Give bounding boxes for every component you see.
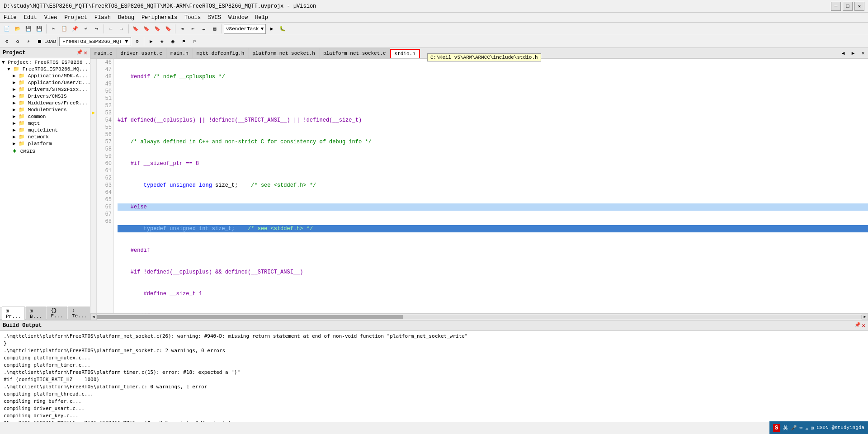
menu-item-window[interactable]: Window — [225, 14, 251, 22]
paste-btn[interactable]: 📌 — [70, 24, 80, 34]
build-close-btn[interactable]: ✕ — [862, 322, 865, 329]
tree-label: platform — [28, 141, 52, 146]
tree-item-project[interactable]: ▼ Project: FreeRTOS_ESP8266_... — [1, 59, 89, 66]
project-name[interactable]: FreeRTOS_ESP8266_MQT ▼ — [59, 37, 131, 46]
wrap-btn[interactable]: ↵ — [199, 24, 209, 34]
tab-platform-net-h[interactable]: platform_net_socket.h — [248, 48, 319, 58]
code-lines[interactable]: #endif /* ndef __cplusplus */ #if define… — [114, 59, 868, 313]
mic-icon[interactable]: 🎤 — [791, 425, 797, 431]
tab-driver-usart-c[interactable]: driver_usart.c — [117, 48, 166, 58]
rebuild-btn[interactable]: ♻ — [13, 37, 23, 47]
tab-templates[interactable]: ↕ Te... — [68, 307, 91, 320]
bm4-btn[interactable]: 🔖 — [163, 24, 173, 34]
menu-item-debug[interactable]: Debug — [114, 14, 138, 22]
scroll-left-btn[interactable]: ◀ — [90, 314, 97, 320]
sougou-icon[interactable]: S — [773, 424, 780, 432]
tree-item-root[interactable]: ▼ 📁 FreeRTOS_ESP8266_MQ... — [1, 66, 89, 72]
menu-item-project[interactable]: Project — [61, 14, 90, 22]
opt-btn[interactable]: ⚙ — [132, 37, 142, 47]
close-button[interactable]: ✕ — [854, 2, 864, 11]
nav-fwd-btn[interactable]: → — [117, 24, 127, 34]
tab-main-c[interactable]: main.c — [90, 48, 117, 58]
bm2-btn[interactable]: 🔖 — [142, 24, 151, 34]
new-btn[interactable]: 📄 — [2, 24, 12, 34]
tree-item-appMDK[interactable]: ▶ 📁 Application/MDK-A... — [1, 72, 89, 79]
linenum-64: 64 — [97, 189, 112, 196]
pin-btn[interactable]: 📌 — [76, 49, 83, 57]
debug-row-51 — [90, 95, 96, 102]
menu-item-peripherals[interactable]: Peripherals — [138, 14, 181, 22]
flash-btn[interactable]: ⚡ — [24, 37, 33, 47]
indent-btn[interactable]: ⇥ — [177, 24, 187, 34]
stop-btn[interactable]: ⏹ — [34, 37, 44, 47]
unindent-btn[interactable]: ⇤ — [188, 24, 198, 34]
tree-label: common — [28, 114, 46, 119]
tree-item-mqttclient[interactable]: ▶ 📁 mqttclient — [1, 127, 89, 133]
bm1-btn[interactable]: 🔖 — [131, 24, 141, 34]
copy-btn[interactable]: 📋 — [59, 24, 69, 34]
bm3-btn[interactable]: 🔖 — [152, 24, 162, 34]
menu-item-help[interactable]: Help — [251, 14, 272, 22]
debug-btn[interactable]: 🐛 — [278, 24, 288, 34]
tree-item-mqtt[interactable]: ▶ 📁 mqtt — [1, 120, 89, 127]
scroll-thumb[interactable] — [97, 315, 403, 319]
open-btn[interactable]: 📂 — [13, 24, 23, 34]
dbg3-btn[interactable]: ⚑ — [179, 37, 189, 47]
keyboard-icon[interactable]: ⌨ — [800, 425, 803, 431]
dbg2-btn[interactable]: ◉ — [168, 37, 178, 47]
cols-btn[interactable]: ▤ — [210, 24, 220, 34]
tree-item-middlewares[interactable]: ▶ 📁 Middlewares/FreeR... — [1, 99, 89, 106]
tab-project[interactable]: ⊞ Pr... — [2, 307, 25, 321]
code-editor[interactable]: ▶ — [90, 59, 868, 313]
panel-close-btn[interactable]: ✕ — [84, 49, 87, 57]
dbg4-btn[interactable]: ⚐ — [189, 37, 199, 47]
menu-item-view[interactable]: View — [41, 14, 61, 22]
save-all-btn[interactable]: 💾 — [34, 24, 44, 34]
menu-item-file[interactable]: File — [0, 14, 20, 22]
tree-item-common[interactable]: ▶ 📁 common — [1, 113, 89, 120]
debug-row-63 — [90, 182, 96, 189]
scroll-track[interactable] — [97, 315, 862, 319]
menu-item-svcs[interactable]: SVCS — [204, 14, 225, 22]
build-pin-btn[interactable]: 📌 — [854, 322, 861, 329]
minimize-button[interactable]: ─ — [831, 2, 841, 11]
tree-item-drivers-cmsis[interactable]: ▶ 📁 Drivers/CMSIS — [1, 93, 89, 99]
debug-row-67 — [90, 211, 96, 218]
tab-right-btn[interactable]: ▶ — [848, 48, 858, 58]
menu-item-edit[interactable]: Edit — [20, 14, 41, 22]
task-dropdown[interactable]: vSenderTask ▼ — [224, 24, 266, 34]
nav-back-btn[interactable]: ← — [106, 24, 116, 34]
code-line-49: /* always defined in C++ and non-strict … — [118, 138, 868, 146]
cloud-icon[interactable]: ☁ — [805, 425, 808, 431]
cut-btn[interactable]: ✂ — [48, 24, 58, 34]
menu-item-flash[interactable]: Flash — [91, 14, 114, 22]
menu-item-tools[interactable]: Tools — [181, 14, 204, 22]
tab-books[interactable]: ⊞ B... — [26, 307, 46, 321]
grid-icon[interactable]: ⊞ — [811, 425, 814, 431]
tree-item-platform[interactable]: ▶ 📁 platform — [1, 140, 89, 147]
tab-functions[interactable]: {} F... — [47, 307, 66, 320]
tree-item-cmsis[interactable]: ♦ CMSIS — [1, 147, 89, 155]
tree-item-drivers-stm32[interactable]: ▶ 📁 Drivers/STM32F1xx... — [1, 86, 89, 93]
tab-left-btn[interactable]: ◀ — [838, 48, 848, 58]
start-debug-btn[interactable]: ▶ — [146, 37, 156, 47]
redo-btn[interactable]: ↪ — [92, 24, 102, 34]
tab-stdio-h[interactable]: stdio.h — [390, 49, 420, 59]
load-btn[interactable]: LOAD — [45, 37, 55, 47]
tab-main-h[interactable]: main.h — [166, 48, 193, 58]
tab-mqtt-defconfig[interactable]: mqtt_defconfig.h — [193, 48, 249, 58]
tree-item-network[interactable]: ▶ 📁 network — [1, 133, 89, 140]
run-btn[interactable]: ▶ — [267, 24, 277, 34]
scroll-right-btn[interactable]: ▶ — [862, 314, 868, 320]
build-btn[interactable]: ⚙ — [2, 37, 12, 47]
lang-indicator[interactable]: 英 — [783, 425, 788, 431]
tree-item-appUser[interactable]: ▶ 📁 Application/User/C... — [1, 79, 89, 86]
tree-item-moduledrivers[interactable]: ▶ 📁 ModuleDrivers — [1, 106, 89, 113]
code-hscroll[interactable]: ◀ ▶ — [90, 313, 868, 320]
tab-platform-net-c[interactable]: platform_net_socket.c — [319, 48, 390, 58]
tab-close-all-btn[interactable]: ✕ — [858, 48, 868, 58]
save-btn[interactable]: 💾 — [24, 24, 33, 34]
undo-btn[interactable]: ↩ — [81, 24, 91, 34]
dbg1-btn[interactable]: ◈ — [157, 37, 167, 47]
maximize-button[interactable]: □ — [843, 2, 853, 11]
